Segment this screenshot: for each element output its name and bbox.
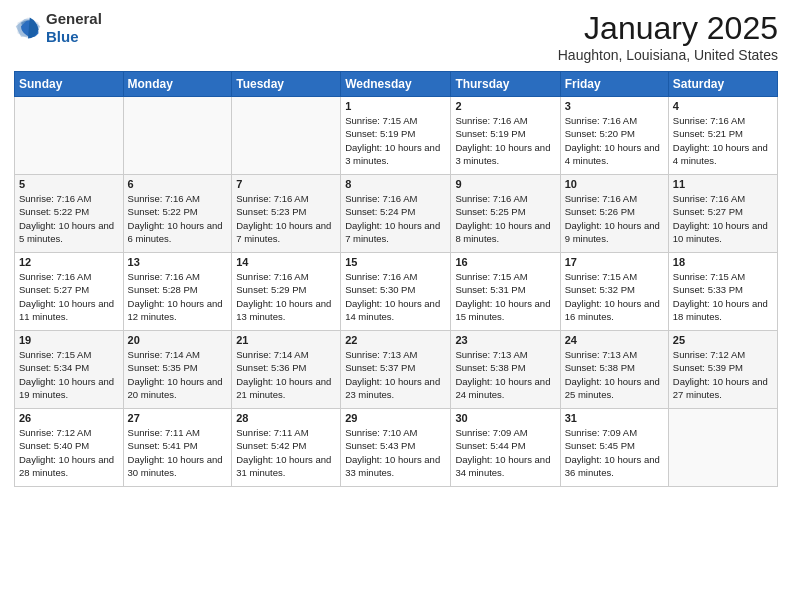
calendar-cell: 10 Sunrise: 7:16 AM Sunset: 5:26 PM Dayl… [560, 175, 668, 253]
daylight-text: Daylight: 10 hours and 21 minutes. [236, 376, 331, 400]
sunrise-text: Sunrise: 7:14 AM [128, 349, 200, 360]
page-header: General Blue January 2025 Haughton, Loui… [14, 10, 778, 63]
sunrise-text: Sunrise: 7:16 AM [565, 193, 637, 204]
day-number: 9 [455, 178, 555, 190]
sunrise-text: Sunrise: 7:15 AM [345, 115, 417, 126]
sunset-text: Sunset: 5:32 PM [565, 284, 635, 295]
daylight-text: Daylight: 10 hours and 31 minutes. [236, 454, 331, 478]
day-info: Sunrise: 7:12 AM Sunset: 5:39 PM Dayligh… [673, 348, 773, 401]
calendar-cell: 24 Sunrise: 7:13 AM Sunset: 5:38 PM Dayl… [560, 331, 668, 409]
daylight-text: Daylight: 10 hours and 3 minutes. [455, 142, 550, 166]
daylight-text: Daylight: 10 hours and 8 minutes. [455, 220, 550, 244]
daylight-text: Daylight: 10 hours and 16 minutes. [565, 298, 660, 322]
calendar-cell: 15 Sunrise: 7:16 AM Sunset: 5:30 PM Dayl… [341, 253, 451, 331]
calendar-cell: 28 Sunrise: 7:11 AM Sunset: 5:42 PM Dayl… [232, 409, 341, 487]
sunrise-text: Sunrise: 7:16 AM [128, 271, 200, 282]
calendar-cell: 14 Sunrise: 7:16 AM Sunset: 5:29 PM Dayl… [232, 253, 341, 331]
logo-blue: Blue [46, 28, 79, 45]
calendar-cell: 21 Sunrise: 7:14 AM Sunset: 5:36 PM Dayl… [232, 331, 341, 409]
location: Haughton, Louisiana, United States [558, 47, 778, 63]
logo-text: General Blue [46, 10, 102, 46]
day-info: Sunrise: 7:16 AM Sunset: 5:19 PM Dayligh… [455, 114, 555, 167]
sunrise-text: Sunrise: 7:16 AM [673, 193, 745, 204]
month-title: January 2025 [558, 10, 778, 47]
calendar-week-0: 1 Sunrise: 7:15 AM Sunset: 5:19 PM Dayli… [15, 97, 778, 175]
header-thursday: Thursday [451, 72, 560, 97]
header-monday: Monday [123, 72, 232, 97]
day-info: Sunrise: 7:09 AM Sunset: 5:44 PM Dayligh… [455, 426, 555, 479]
sunset-text: Sunset: 5:23 PM [236, 206, 306, 217]
sunset-text: Sunset: 5:26 PM [565, 206, 635, 217]
sunrise-text: Sunrise: 7:16 AM [673, 115, 745, 126]
calendar-cell: 8 Sunrise: 7:16 AM Sunset: 5:24 PM Dayli… [341, 175, 451, 253]
sunrise-text: Sunrise: 7:12 AM [19, 427, 91, 438]
day-number: 25 [673, 334, 773, 346]
daylight-text: Daylight: 10 hours and 24 minutes. [455, 376, 550, 400]
calendar-cell: 26 Sunrise: 7:12 AM Sunset: 5:40 PM Dayl… [15, 409, 124, 487]
sunrise-text: Sunrise: 7:16 AM [236, 193, 308, 204]
daylight-text: Daylight: 10 hours and 28 minutes. [19, 454, 114, 478]
calendar-cell: 17 Sunrise: 7:15 AM Sunset: 5:32 PM Dayl… [560, 253, 668, 331]
calendar-week-2: 12 Sunrise: 7:16 AM Sunset: 5:27 PM Dayl… [15, 253, 778, 331]
header-friday: Friday [560, 72, 668, 97]
day-number: 2 [455, 100, 555, 112]
daylight-text: Daylight: 10 hours and 14 minutes. [345, 298, 440, 322]
day-number: 7 [236, 178, 336, 190]
sunrise-text: Sunrise: 7:10 AM [345, 427, 417, 438]
day-info: Sunrise: 7:10 AM Sunset: 5:43 PM Dayligh… [345, 426, 446, 479]
header-sunday: Sunday [15, 72, 124, 97]
day-number: 24 [565, 334, 664, 346]
sunset-text: Sunset: 5:19 PM [455, 128, 525, 139]
daylight-text: Daylight: 10 hours and 27 minutes. [673, 376, 768, 400]
calendar-cell: 30 Sunrise: 7:09 AM Sunset: 5:44 PM Dayl… [451, 409, 560, 487]
daylight-text: Daylight: 10 hours and 15 minutes. [455, 298, 550, 322]
calendar-cell: 31 Sunrise: 7:09 AM Sunset: 5:45 PM Dayl… [560, 409, 668, 487]
sunset-text: Sunset: 5:45 PM [565, 440, 635, 451]
sunrise-text: Sunrise: 7:09 AM [455, 427, 527, 438]
day-info: Sunrise: 7:16 AM Sunset: 5:22 PM Dayligh… [19, 192, 119, 245]
daylight-text: Daylight: 10 hours and 7 minutes. [236, 220, 331, 244]
day-number: 30 [455, 412, 555, 424]
sunrise-text: Sunrise: 7:15 AM [565, 271, 637, 282]
day-info: Sunrise: 7:15 AM Sunset: 5:19 PM Dayligh… [345, 114, 446, 167]
daylight-text: Daylight: 10 hours and 34 minutes. [455, 454, 550, 478]
day-number: 26 [19, 412, 119, 424]
calendar-cell [232, 97, 341, 175]
header-saturday: Saturday [668, 72, 777, 97]
calendar-cell: 2 Sunrise: 7:16 AM Sunset: 5:19 PM Dayli… [451, 97, 560, 175]
sunset-text: Sunset: 5:29 PM [236, 284, 306, 295]
day-info: Sunrise: 7:16 AM Sunset: 5:25 PM Dayligh… [455, 192, 555, 245]
daylight-text: Daylight: 10 hours and 7 minutes. [345, 220, 440, 244]
calendar-cell: 25 Sunrise: 7:12 AM Sunset: 5:39 PM Dayl… [668, 331, 777, 409]
sunset-text: Sunset: 5:40 PM [19, 440, 89, 451]
calendar-cell: 6 Sunrise: 7:16 AM Sunset: 5:22 PM Dayli… [123, 175, 232, 253]
daylight-text: Daylight: 10 hours and 23 minutes. [345, 376, 440, 400]
day-info: Sunrise: 7:16 AM Sunset: 5:30 PM Dayligh… [345, 270, 446, 323]
day-number: 6 [128, 178, 228, 190]
daylight-text: Daylight: 10 hours and 10 minutes. [673, 220, 768, 244]
day-info: Sunrise: 7:09 AM Sunset: 5:45 PM Dayligh… [565, 426, 664, 479]
day-number: 20 [128, 334, 228, 346]
sunrise-text: Sunrise: 7:15 AM [455, 271, 527, 282]
day-info: Sunrise: 7:13 AM Sunset: 5:38 PM Dayligh… [565, 348, 664, 401]
day-number: 31 [565, 412, 664, 424]
day-info: Sunrise: 7:11 AM Sunset: 5:41 PM Dayligh… [128, 426, 228, 479]
calendar-cell: 12 Sunrise: 7:16 AM Sunset: 5:27 PM Dayl… [15, 253, 124, 331]
weekday-header-row: Sunday Monday Tuesday Wednesday Thursday… [15, 72, 778, 97]
sunset-text: Sunset: 5:25 PM [455, 206, 525, 217]
calendar-cell: 9 Sunrise: 7:16 AM Sunset: 5:25 PM Dayli… [451, 175, 560, 253]
sunrise-text: Sunrise: 7:13 AM [345, 349, 417, 360]
day-number: 19 [19, 334, 119, 346]
sunrise-text: Sunrise: 7:16 AM [236, 271, 308, 282]
sunset-text: Sunset: 5:35 PM [128, 362, 198, 373]
sunset-text: Sunset: 5:44 PM [455, 440, 525, 451]
day-number: 3 [565, 100, 664, 112]
day-info: Sunrise: 7:15 AM Sunset: 5:32 PM Dayligh… [565, 270, 664, 323]
calendar-cell: 5 Sunrise: 7:16 AM Sunset: 5:22 PM Dayli… [15, 175, 124, 253]
sunset-text: Sunset: 5:21 PM [673, 128, 743, 139]
sunset-text: Sunset: 5:39 PM [673, 362, 743, 373]
day-number: 14 [236, 256, 336, 268]
sunset-text: Sunset: 5:38 PM [565, 362, 635, 373]
calendar-cell: 20 Sunrise: 7:14 AM Sunset: 5:35 PM Dayl… [123, 331, 232, 409]
daylight-text: Daylight: 10 hours and 19 minutes. [19, 376, 114, 400]
